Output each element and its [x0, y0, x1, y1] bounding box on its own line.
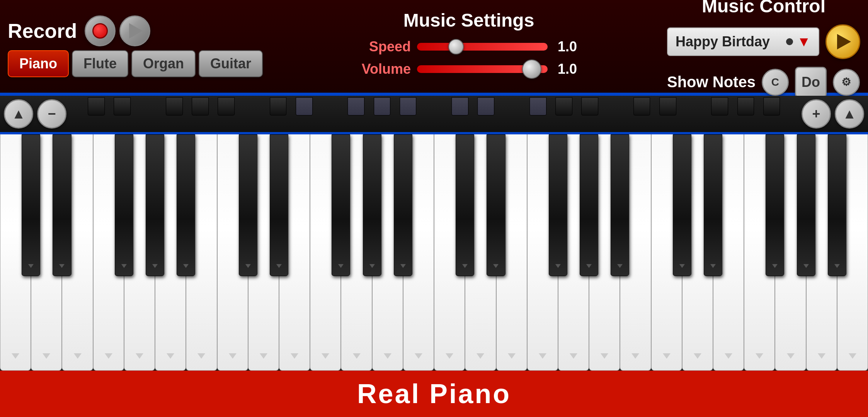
speed-slider[interactable] — [417, 43, 548, 51]
dot-indicator — [786, 38, 793, 45]
music-control-section: Music Control Happy Birtday ▼ Show Notes… — [667, 0, 860, 98]
instrument-row: Piano Flute Organ Guitar — [8, 50, 263, 77]
black-key-16[interactable] — [704, 134, 722, 276]
black-key-7[interactable] — [332, 134, 350, 276]
top-bar: Record Piano Flute Organ Guitar Music Se… — [0, 0, 868, 93]
black-key-14[interactable] — [611, 134, 629, 276]
app-title: Real Piano — [357, 378, 511, 409]
record-label: Record — [8, 19, 77, 42]
record-row: Record — [8, 15, 150, 46]
black-key-1[interactable] — [53, 134, 71, 276]
bottom-bar: Real Piano — [0, 371, 868, 417]
speed-slider-row: Speed 1.0 — [361, 39, 577, 55]
keyboard-nav-bar: ▲ − // Will be rendered via JS below + ▲ — [0, 96, 868, 134]
song-name: Happy Birtday — [676, 34, 770, 50]
black-key-9[interactable] — [394, 134, 412, 276]
black-key-17[interactable] — [766, 134, 784, 276]
instrument-guitar-button[interactable]: Guitar — [199, 50, 263, 77]
zoom-plus-button[interactable]: + — [802, 99, 831, 129]
black-key-19[interactable] — [828, 134, 846, 276]
mini-keyboard-container: // Will be rendered via JS below — [70, 97, 798, 131]
instrument-piano-button[interactable]: Piano — [8, 50, 69, 77]
black-key-3[interactable] — [146, 134, 164, 276]
instrument-organ-button[interactable]: Organ — [131, 50, 196, 77]
music-play-button[interactable] — [825, 24, 860, 59]
volume-slider-row: Volume 1.0 — [361, 61, 577, 77]
black-key-0[interactable] — [22, 134, 40, 276]
volume-slider[interactable] — [417, 65, 548, 73]
play-icon — [129, 23, 143, 39]
black-key-5[interactable] — [239, 134, 257, 276]
black-key-4[interactable] — [177, 134, 195, 276]
song-selector[interactable]: Happy Birtday ▼ — [667, 27, 819, 56]
instrument-flute-button[interactable]: Flute — [72, 50, 128, 77]
note-settings-button[interactable]: ⚙ — [833, 69, 860, 96]
black-key-15[interactable] — [673, 134, 691, 276]
black-key-12[interactable] — [549, 134, 567, 276]
octave-left-button[interactable]: ▲ — [4, 99, 33, 129]
record-button[interactable] — [85, 15, 116, 46]
black-key-10[interactable] — [456, 134, 474, 276]
speed-value: 1.0 — [554, 39, 577, 55]
play-button[interactable] — [119, 15, 150, 46]
volume-value: 1.0 — [554, 61, 577, 77]
play-gold-icon — [837, 34, 851, 49]
music-settings-title: Music Settings — [403, 10, 534, 31]
record-icon — [92, 23, 108, 39]
black-key-2[interactable] — [115, 134, 133, 276]
note-c-button[interactable]: C — [762, 69, 789, 96]
piano-section: ▲ − // Will be rendered via JS below + ▲ — [0, 93, 868, 417]
music-control-title: Music Control — [702, 0, 825, 17]
volume-label: Volume — [361, 61, 411, 77]
mini-white-keys: // Will be rendered via JS below — [70, 97, 798, 131]
note-do-button[interactable]: Do — [795, 67, 827, 98]
chevron-down-icon: ▼ — [797, 34, 811, 50]
octave-right-button[interactable]: ▲ — [835, 99, 864, 129]
gear-icon: ⚙ — [841, 76, 851, 88]
black-key-8[interactable] — [363, 134, 381, 276]
song-control-row: Happy Birtday ▼ — [667, 24, 860, 59]
show-notes-row: Show Notes C Do ⚙ — [667, 67, 860, 98]
black-key-13[interactable] — [580, 134, 598, 276]
show-notes-label: Show Notes — [667, 73, 756, 91]
record-section: Record Piano Flute Organ Guitar — [8, 15, 263, 77]
black-key-18[interactable] — [797, 134, 815, 276]
speed-thumb — [448, 39, 464, 54]
mini-keyboard: // Will be rendered via JS below — [70, 97, 798, 131]
piano-area — [0, 134, 868, 371]
volume-thumb — [522, 59, 541, 79]
black-key-11[interactable] — [487, 134, 505, 276]
black-key-6[interactable] — [270, 134, 288, 276]
zoom-minus-button[interactable]: − — [37, 99, 66, 129]
music-settings-section: Music Settings Speed 1.0 Volume 1.0 — [271, 10, 667, 83]
app-container: Record Piano Flute Organ Guitar Music Se… — [0, 0, 868, 417]
speed-label: Speed — [361, 39, 411, 55]
